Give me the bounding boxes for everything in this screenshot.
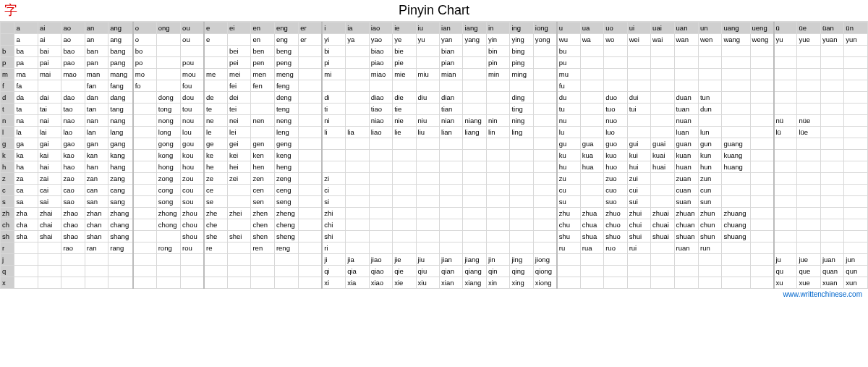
syllable-cell [820,57,843,69]
syllable-cell [774,57,797,69]
header-final: er [299,22,322,34]
syllable-cell [750,92,773,104]
syllable-cell: bing [510,46,533,57]
syllable-cell [533,185,556,196]
syllable-cell: ka [14,150,38,161]
syllable-cell: chou [181,219,204,231]
syllable-cell [486,138,509,150]
syllable-cell: nian [440,115,463,127]
syllable-cell [181,266,204,277]
syllable-cell: tang [109,104,133,115]
syllable-cell: hai [38,161,61,173]
syllable-cell [14,277,38,289]
syllable-cell: po [133,57,156,69]
syllable-cell: wan [674,34,698,46]
syllable-cell [844,92,868,104]
syllable-cell: bu [557,46,580,57]
syllable-cell: die [393,92,416,104]
syllable-cell [774,150,797,161]
syllable-cell [393,173,416,185]
syllable-cell: bo [133,46,156,57]
syllable-cell [416,150,439,161]
syllable-cell [14,254,38,266]
syllable-cell [299,254,322,266]
syllable-cell: yuan [820,34,843,46]
syllable-cell [299,104,322,115]
syllable-cell [722,254,750,266]
header-final: ao [61,22,85,34]
syllable-cell: shu [557,231,580,242]
syllable-cell [674,254,698,266]
syllable-cell: shui [627,231,650,242]
row-initial: t [1,104,14,115]
syllable-cell [844,196,868,208]
syllable-cell [486,208,509,219]
syllable-cell [774,104,797,115]
syllable-cell: cai [38,185,61,196]
syllable-cell: zhui [627,208,650,219]
syllable-cell: shun [698,231,721,242]
syllable-cell [533,161,556,173]
table-row: ffafanfangfofoufeifenfengfu [1,80,868,92]
syllable-cell [533,138,556,150]
syllable-cell: mian [440,69,463,80]
syllable-cell [797,208,820,219]
syllable-cell [844,150,868,161]
syllable-cell [133,92,156,104]
syllable-cell: huo [604,161,627,173]
syllable-cell: xi [322,277,345,289]
syllable-cell: kua [580,150,603,161]
syllable-cell: chu [557,219,580,231]
syllable-cell [750,254,773,266]
syllable-cell [750,69,773,80]
syllable-cell [604,57,627,69]
syllable-cell: duo [604,92,627,104]
syllable-cell: nü [774,115,797,127]
syllable-cell: hong [156,161,180,173]
syllable-cell: zhuan [674,208,698,219]
syllable-cell [774,231,797,242]
syllable-cell [533,208,556,219]
syllable-cell [299,196,322,208]
syllable-cell: nong [156,115,180,127]
syllable-cell: re [204,242,227,254]
syllable-cell [820,104,843,115]
syllable-cell [651,266,674,277]
syllable-cell: gou [181,138,204,150]
syllable-cell: wai [651,34,674,46]
syllable-cell: tuan [674,104,698,115]
syllable-cell: jiong [533,254,556,266]
syllable-cell: tai [38,104,61,115]
syllable-cell: yong [533,34,556,46]
syllable-cell [674,57,698,69]
syllable-cell: kui [627,150,650,161]
syllable-cell [797,242,820,254]
syllable-cell [346,92,369,104]
syllable-cell [674,69,698,80]
syllable-cell [797,92,820,104]
syllable-cell: zen [251,173,274,185]
source-link[interactable]: www.writtenchinese.com [783,290,862,298]
syllable-cell [299,219,322,231]
syllable-cell [274,254,298,266]
syllable-cell [299,266,322,277]
syllable-cell: zhang [109,208,133,219]
syllable-cell: shang [109,231,133,242]
syllable-cell: gua [580,138,603,150]
table-row: mmamaimaomanmangmomoumemeimenmengmimiaom… [1,69,868,80]
syllable-cell: dui [627,92,650,104]
syllable-cell: nuo [604,115,627,127]
syllable-cell [750,231,773,242]
syllable-cell: kang [109,150,133,161]
header-final: iu [416,22,439,34]
syllable-cell: yu [416,34,439,46]
syllable-cell: cha [14,219,38,231]
syllable-cell: kei [228,150,251,161]
syllable-cell [651,196,674,208]
syllable-cell [156,277,180,289]
header-final: ai [38,22,61,34]
syllable-cell [416,138,439,150]
syllable-cell: peng [274,57,298,69]
syllable-cell [61,254,85,266]
syllable-cell: beng [274,46,298,57]
